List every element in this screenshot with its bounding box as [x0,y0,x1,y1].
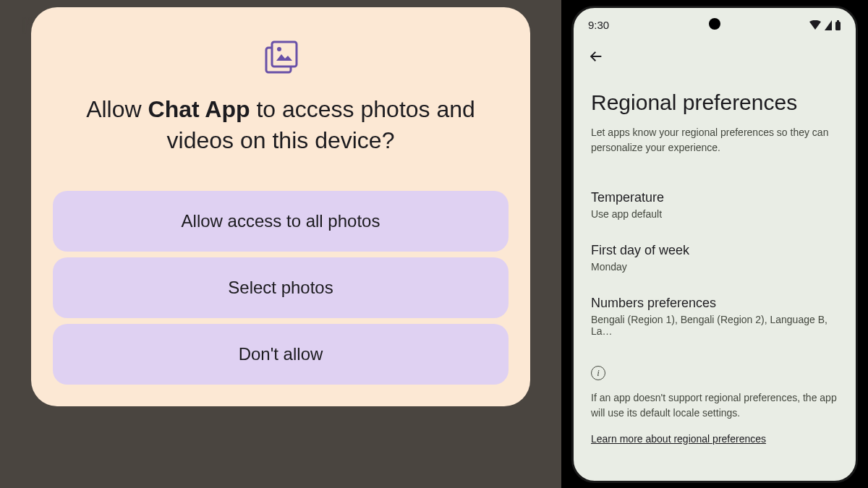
page-content: Regional preferences Let apps know your … [574,73,856,481]
nav-row [574,40,856,73]
dialog-title: Allow Chat App to access photos and vide… [64,94,498,156]
allow-all-button[interactable]: Allow access to all photos [53,191,509,252]
camera-notch [709,18,720,30]
pref-numbers[interactable]: Numbers preferences Bengali (Region 1), … [591,296,838,337]
info-text: If an app doesn't support regional prefe… [591,390,838,421]
status-time: 9:30 [588,19,609,31]
permission-dialog: Allow Chat App to access photos and vide… [31,7,530,406]
pref-first-day-value: Monday [591,261,838,273]
svg-rect-4 [837,20,839,22]
dialog-backdrop: I' Allow Chat App to access photos and v… [0,0,561,488]
svg-rect-1 [272,42,297,67]
phone-panel: 9:30 Regional prefe [561,0,868,488]
info-section: i If an app doesn't support regional pre… [591,366,838,445]
background-text: I' [22,14,31,38]
pref-numbers-label: Numbers preferences [591,296,838,311]
svg-rect-3 [835,22,841,30]
pref-numbers-value: Bengali (Region 1), Bengali (Region 2), … [591,314,838,337]
info-icon: i [591,366,605,380]
page-subtitle: Let apps know your regional preferences … [591,125,838,155]
phone-frame: 9:30 Regional prefe [571,6,858,483]
back-button[interactable] [588,48,841,67]
back-arrow-icon [588,48,604,64]
pref-temperature[interactable]: Temperature Use app default [591,190,838,220]
select-photos-button[interactable]: Select photos [53,257,509,318]
pref-temperature-value: Use app default [591,208,838,220]
status-icons [809,20,841,30]
dialog-options: Allow access to all photos Select photos… [53,191,509,385]
pref-temperature-label: Temperature [591,190,838,205]
learn-more-link[interactable]: Learn more about regional preferences [591,433,766,445]
title-prefix: Allow [86,96,148,122]
dont-allow-button[interactable]: Don't allow [53,324,509,385]
svg-point-2 [277,47,281,51]
app-name: Chat App [148,96,250,122]
photos-icon [260,36,301,77]
wifi-icon [809,20,822,30]
battery-icon [835,20,841,30]
pref-first-day[interactable]: First day of week Monday [591,243,838,273]
signal-icon [825,20,832,30]
page-title: Regional preferences [591,90,838,115]
pref-first-day-label: First day of week [591,243,838,258]
